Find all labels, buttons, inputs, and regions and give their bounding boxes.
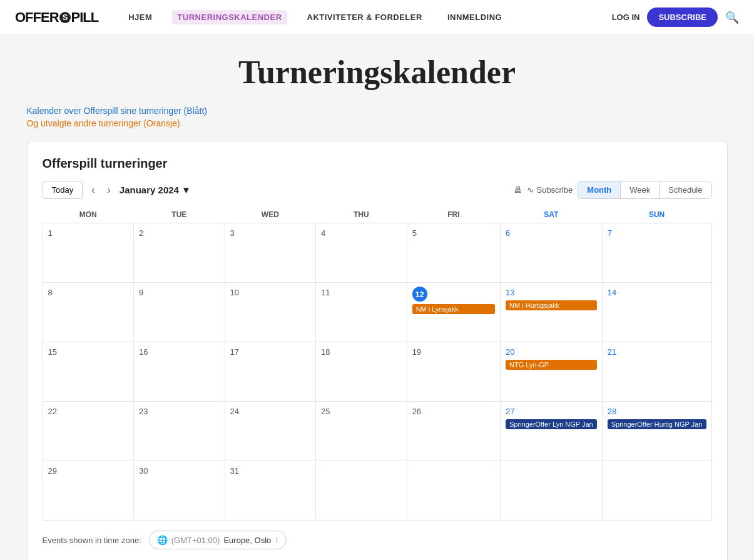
- calendar-day[interactable]: 18: [316, 342, 407, 402]
- day-number: 1: [48, 228, 53, 238]
- calendar-day[interactable]: 8: [43, 283, 134, 342]
- calendar-toolbar: Today ‹ › January 2024 ▼ 🖶 ∿ Subscribe M…: [43, 181, 712, 199]
- subscribe-cal-button[interactable]: ∿ Subscribe: [527, 185, 573, 195]
- calendar-body: 123456789101112NM i Lynsjakk13NM i Hurti…: [43, 223, 711, 521]
- day-number: 4: [321, 228, 325, 238]
- calendar-day[interactable]: 9: [134, 283, 225, 342]
- calendar-day[interactable]: 12NM i Lynsjakk: [407, 283, 500, 342]
- month-label-text: January 2024: [120, 185, 179, 195]
- calendar-day[interactable]: 14: [602, 283, 711, 342]
- timezone-gmt: (GMT+01:00): [171, 536, 220, 545]
- event-pill[interactable]: SpringerOffer Hurtig NGP Jan: [608, 419, 706, 429]
- calendar-day[interactable]: 15: [43, 342, 134, 402]
- calendar-day[interactable]: 29: [43, 461, 134, 521]
- day-number: 2: [139, 228, 143, 238]
- subscribe-button[interactable]: SUBSCRIBE: [647, 8, 718, 27]
- calendar-day[interactable]: 27SpringerOffer Lyn NGP Jan: [501, 402, 603, 461]
- day-number: 8: [48, 288, 53, 297]
- event-pill[interactable]: SpringerOffer Lyn NGP Jan: [506, 419, 597, 429]
- subtitle-orange: Og utvalgte andre turneringer (Oransje): [27, 118, 728, 128]
- calendar-day[interactable]: 20NTG Lyn-GP: [501, 342, 603, 402]
- search-icon-button[interactable]: 🔍: [725, 11, 739, 24]
- day-number: 23: [139, 407, 148, 416]
- col-thu: THU: [316, 206, 407, 223]
- calendar-day[interactable]: 1: [43, 223, 134, 283]
- calendar-day[interactable]: 25: [316, 402, 407, 461]
- col-sat: SAT: [501, 206, 603, 223]
- calendar-day[interactable]: 2: [134, 223, 225, 283]
- calendar-week-row: 1234567: [43, 223, 711, 283]
- logo: OFFERSPILL: [15, 9, 98, 26]
- printer-icon: 🖶: [514, 185, 522, 195]
- today-button[interactable]: Today: [43, 181, 83, 199]
- day-number: 27: [506, 407, 514, 416]
- day-number: 6: [506, 228, 510, 238]
- page-title: Turneringskalender: [27, 54, 728, 91]
- calendar-day[interactable]: 6: [501, 223, 603, 283]
- calendar-day[interactable]: 11: [316, 283, 407, 342]
- col-mon: MON: [43, 206, 134, 223]
- view-week-button[interactable]: Week: [621, 181, 660, 198]
- calendar-day[interactable]: 26: [407, 402, 500, 461]
- calendar-day[interactable]: 3: [225, 223, 316, 283]
- chevron-updown-icon: ↕: [275, 536, 278, 544]
- calendar-day[interactable]: [407, 461, 500, 521]
- day-number: 28: [608, 407, 616, 416]
- calendar-day[interactable]: 5: [407, 223, 500, 283]
- calendar-day[interactable]: 17: [225, 342, 316, 402]
- calendar-day[interactable]: [316, 461, 407, 521]
- chevron-down-icon: ▼: [181, 185, 191, 195]
- print-button[interactable]: 🖶: [514, 185, 522, 195]
- view-buttons: Month Week Schedule: [578, 181, 711, 199]
- nav-turneringskalender[interactable]: TURNERINGSKALENDER: [172, 10, 287, 24]
- calendar-day[interactable]: 7: [602, 223, 711, 283]
- prev-month-button[interactable]: ‹: [88, 182, 98, 198]
- subtitle-blue: Kalender over Offerspill sine turneringe…: [27, 106, 728, 116]
- day-number: 10: [230, 288, 239, 297]
- timezone-name: Europe, Oslo: [223, 536, 271, 545]
- calendar-day[interactable]: 10: [225, 283, 316, 342]
- event-pill[interactable]: NM i Lynsjakk: [412, 304, 495, 314]
- calendar-day[interactable]: 4: [316, 223, 407, 283]
- col-wed: WED: [225, 206, 316, 223]
- nav-aktiviteter[interactable]: AKTIVITETER & FORDELER: [302, 10, 427, 24]
- nav-right: LOG IN SUBSCRIBE 🔍: [612, 8, 739, 27]
- calendar-day[interactable]: 19: [407, 342, 500, 402]
- calendar-day[interactable]: 13NM i Hurtigsjakk: [501, 283, 603, 342]
- col-fri: FRI: [407, 206, 500, 223]
- globe-icon: 🌐: [157, 535, 168, 545]
- calendar-container: Offerspill turneringer Today ‹ › January…: [27, 141, 728, 560]
- calendar-day[interactable]: 23: [134, 402, 225, 461]
- calendar-day[interactable]: 30: [134, 461, 225, 521]
- day-number: 15: [48, 347, 57, 357]
- calendar-day[interactable]: 24: [225, 402, 316, 461]
- calendar-day[interactable]: [602, 461, 711, 521]
- calendar-week-row: 222324252627SpringerOffer Lyn NGP Jan28S…: [43, 402, 711, 461]
- day-number: 9: [139, 288, 143, 297]
- view-schedule-button[interactable]: Schedule: [660, 181, 711, 198]
- calendar-day[interactable]: 21: [602, 342, 711, 402]
- calendar-day[interactable]: 31: [225, 461, 316, 521]
- calendar-day[interactable]: [501, 461, 603, 521]
- nav-hjem[interactable]: HJEM: [123, 10, 157, 24]
- day-number: 7: [608, 228, 612, 238]
- day-number: 30: [139, 466, 148, 476]
- calendar-day[interactable]: 28SpringerOffer Hurtig NGP Jan: [602, 402, 711, 461]
- timezone-selector[interactable]: 🌐 (GMT+01:00) Europe, Oslo ↕: [149, 531, 287, 549]
- day-number: 13: [506, 288, 514, 297]
- nav-links: HJEM TURNERINGSKALENDER AKTIVITETER & FO…: [123, 10, 611, 24]
- month-label[interactable]: January 2024 ▼: [120, 185, 191, 195]
- next-month-button[interactable]: ›: [104, 182, 115, 198]
- nav-innmelding[interactable]: INNMELDING: [442, 10, 507, 24]
- calendar-week-row: 151617181920NTG Lyn-GP21: [43, 342, 711, 402]
- event-pill[interactable]: NM i Hurtigsjakk: [506, 300, 597, 310]
- day-number: 14: [608, 288, 616, 297]
- login-button[interactable]: LOG IN: [612, 13, 640, 22]
- calendar-day[interactable]: 22: [43, 402, 134, 461]
- calendar-day[interactable]: 16: [134, 342, 225, 402]
- day-number: 25: [321, 407, 330, 416]
- day-number: 20: [506, 347, 514, 357]
- events-timezone-label: Events shown in time zone:: [43, 536, 141, 545]
- event-pill[interactable]: NTG Lyn-GP: [506, 360, 597, 370]
- view-month-button[interactable]: Month: [578, 181, 621, 198]
